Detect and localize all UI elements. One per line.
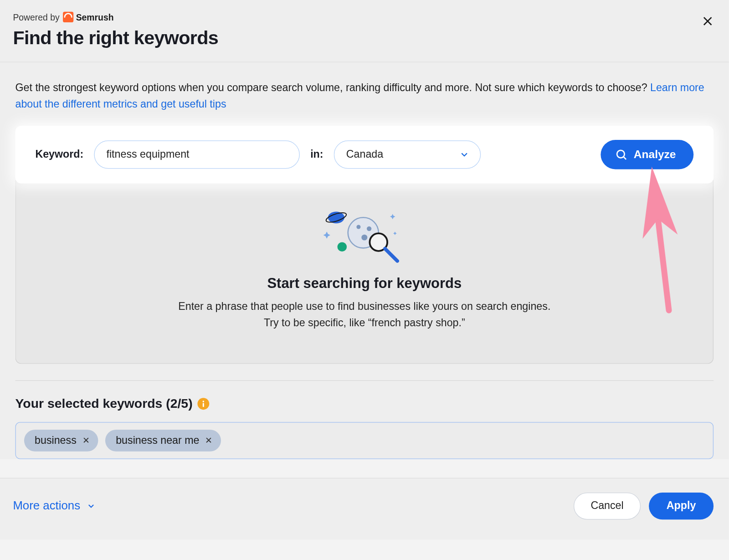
selected-keywords-title: Your selected keywords (2/5) (15, 396, 714, 411)
modal-footer: More actions Cancel Apply (0, 478, 729, 539)
more-actions-link[interactable]: More actions (13, 499, 95, 513)
search-icon (615, 148, 628, 161)
keyword-search-bar: Keyword: in: Canada Analyze (15, 126, 714, 183)
warning-icon (197, 398, 209, 410)
keyword-input[interactable] (94, 140, 300, 169)
empty-line-2: Try to be specific, like “french pastry … (264, 317, 465, 329)
empty-title: Start searching for keywords (34, 275, 696, 291)
analyze-button-label: Analyze (634, 148, 676, 161)
keyword-chip: business near me ✕ (105, 429, 221, 451)
svg-point-10 (202, 401, 204, 402)
powered-by-line: Powered by Semrush (13, 12, 716, 22)
more-actions-label: More actions (13, 499, 80, 513)
close-icon (701, 15, 714, 27)
chevron-down-icon (459, 149, 470, 159)
analyze-button[interactable]: Analyze (601, 140, 694, 170)
remove-chip-icon[interactable]: ✕ (82, 435, 90, 446)
page-title: Find the right keywords (13, 27, 716, 49)
in-label: in: (310, 148, 323, 160)
chevron-down-icon (86, 501, 96, 511)
divider (15, 380, 714, 380)
semrush-logo-mark-icon (63, 12, 73, 22)
apply-button[interactable]: Apply (649, 492, 714, 519)
empty-line-1: Enter a phrase that people use to find b… (178, 300, 550, 312)
semrush-brand-text: Semrush (76, 12, 114, 22)
empty-subtitle: Enter a phrase that people use to find b… (34, 298, 696, 331)
svg-point-4 (361, 234, 367, 240)
empty-state: Start searching for keywords Enter a phr… (15, 180, 714, 363)
svg-point-3 (367, 226, 371, 231)
keyword-chip-label: business (35, 434, 77, 447)
selected-keywords-box[interactable]: business ✕ business near me ✕ (15, 422, 714, 459)
keyword-chip: business ✕ (24, 429, 98, 451)
svg-rect-11 (202, 403, 204, 407)
svg-point-2 (356, 225, 360, 229)
powered-by-prefix: Powered by (13, 12, 59, 22)
country-select[interactable]: Canada (334, 140, 481, 169)
country-value: Canada (346, 148, 383, 160)
selected-keywords-title-text: Your selected keywords (2/5) (15, 396, 193, 411)
svg-line-9 (385, 248, 397, 261)
keyword-chip-label: business near me (116, 434, 199, 447)
modal-header: Powered by Semrush Find the right keywor… (0, 0, 729, 62)
svg-point-0 (617, 150, 625, 158)
intro-text-span: Get the strongest keyword options when y… (15, 82, 650, 93)
intro-text: Get the strongest keyword options when y… (15, 80, 714, 113)
semrush-logo: Semrush (63, 12, 113, 22)
svg-point-7 (337, 242, 347, 252)
remove-chip-icon[interactable]: ✕ (205, 435, 213, 446)
close-button[interactable] (698, 12, 717, 31)
empty-illustration-icon (34, 208, 696, 264)
keyword-label: Keyword: (35, 148, 83, 160)
cancel-button[interactable]: Cancel (574, 492, 641, 519)
